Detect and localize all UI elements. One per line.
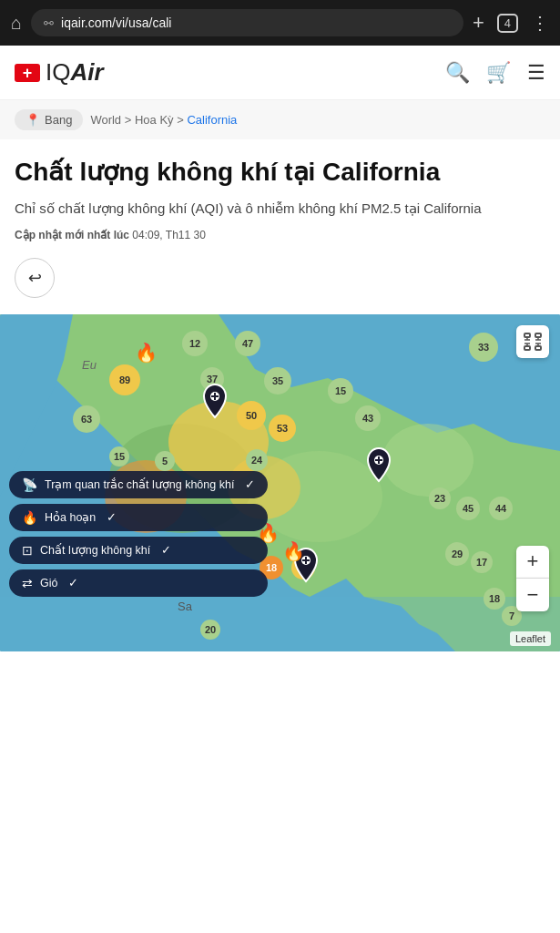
leaflet-badge: Leaflet — [510, 631, 551, 646]
aqi-marker: 20 — [200, 620, 220, 640]
browser-menu-icon[interactable]: ⋮ — [531, 12, 549, 34]
aqi-marker: 35 — [264, 367, 291, 395]
legend-wind-text: Gió — [40, 577, 57, 590]
breadcrumb-sep1: > — [125, 113, 135, 127]
update-time-value: 04:09, Th11 30 — [132, 229, 206, 241]
map-container[interactable]: Eu Sa 12 47 33 89 37 35 15 63 50 53 43 1… — [0, 314, 560, 651]
svg-rect-17 — [524, 333, 530, 337]
eu-map-label: Eu — [82, 358, 97, 372]
page-subtitle: Chỉ số chất lượng không khí (AQI) và ô n… — [15, 199, 545, 220]
add-tab-button[interactable]: + — [473, 11, 484, 35]
aqi-marker: 63 — [73, 405, 100, 433]
tab-count[interactable]: 4 — [497, 14, 518, 33]
legend-wind-check: ✓ — [68, 576, 78, 590]
aqi-marker: 23 — [429, 487, 451, 509]
fire-marker-3: 🔥 — [282, 540, 305, 562]
station-pin-1[interactable] — [200, 383, 229, 423]
share-icon: ↪ — [28, 268, 42, 288]
aqi-marker: 43 — [355, 405, 381, 431]
aqi-marker: 53 — [269, 415, 296, 442]
legend-aqi-check: ✓ — [161, 543, 171, 557]
logo-flag — [15, 64, 40, 82]
legend-station-text: Trạm quan trắc chất lượng không khí — [45, 477, 234, 491]
breadcrumb-state[interactable]: California — [187, 113, 237, 127]
aqi-marker: 50 — [237, 401, 266, 430]
aqi-marker: 5 — [155, 451, 175, 471]
page-title: Chất lượng không khí tại California — [15, 156, 545, 188]
aqi-marker: 45 — [456, 497, 480, 520]
url-text: iqair.com/vi/usa/cali — [61, 15, 171, 30]
search-icon[interactable]: 🔍 — [445, 61, 470, 85]
map-zoom-in-button[interactable]: + — [516, 546, 549, 579]
menu-hamburger-icon[interactable]: ☰ — [527, 61, 545, 85]
aqi-marker: 47 — [235, 331, 260, 356]
aqi-marker: 89 — [109, 364, 140, 395]
main-content: Chất lượng không khí tại California Chỉ … — [0, 139, 560, 298]
aqi-marker: 12 — [182, 331, 208, 356]
legend-aqi-icon: ⊡ — [22, 543, 33, 558]
svg-point-3 — [382, 424, 473, 497]
header-icons: 🔍 🛒 ☰ — [445, 61, 545, 85]
sa-map-label: Sa — [178, 600, 192, 613]
svg-rect-19 — [524, 346, 530, 350]
share-button[interactable]: ↪ — [15, 258, 55, 298]
site-header: IQAir 🔍 🛒 ☰ — [0, 46, 560, 100]
map-zoom-out-button[interactable]: − — [516, 579, 549, 611]
map-legend: 📡 Trạm quan trắc chất lượng không khí ✓ … — [9, 471, 268, 597]
fire-marker-1: 🔥 — [135, 342, 158, 364]
update-time: Cập nhật mới nhất lúc 04:09, Th11 30 — [15, 229, 545, 241]
aqi-marker: 15 — [109, 446, 129, 466]
bang-label: Bang — [45, 113, 72, 127]
aqi-marker: 17 — [471, 551, 493, 573]
svg-rect-20 — [535, 346, 541, 350]
update-label: Cập nhật mới nhất lúc — [15, 229, 129, 241]
breadcrumb-bang: 📍 Bang — [15, 109, 83, 130]
legend-fire-check: ✓ — [107, 510, 117, 524]
breadcrumb-nav: World > Hoa Kỳ > California — [90, 113, 237, 127]
legend-aqi-text: Chất lượng không khí — [40, 543, 150, 557]
legend-station-icon: 📡 — [22, 477, 37, 492]
breadcrumb-sep2: > — [177, 113, 187, 127]
legend-fire-text: Hỏa hoạn — [45, 510, 96, 524]
legend-fire-icon: 🔥 — [22, 510, 37, 525]
address-bar[interactable]: ⚯ iqair.com/vi/usa/cali — [31, 9, 463, 36]
aqi-marker: 18 — [484, 588, 505, 610]
legend-wind-icon: ⇄ — [22, 576, 33, 590]
logo[interactable]: IQAir — [15, 58, 104, 87]
map-fullscreen-button[interactable] — [516, 325, 549, 358]
legend-fire[interactable]: 🔥 Hỏa hoạn ✓ — [9, 504, 268, 531]
cart-icon[interactable]: 🛒 — [486, 61, 511, 85]
legend-station-check: ✓ — [245, 477, 255, 491]
aqi-marker: 33 — [469, 333, 498, 362]
svg-rect-7 — [0, 597, 560, 651]
home-icon[interactable]: ⌂ — [11, 13, 22, 34]
breadcrumb-world[interactable]: World — [90, 113, 121, 127]
breadcrumb: 📍 Bang World > Hoa Kỳ > California — [0, 100, 560, 139]
logo-text: IQAir — [46, 58, 104, 87]
browser-actions: + 4 ⋮ — [473, 11, 549, 35]
browser-chrome: ⌂ ⚯ iqair.com/vi/usa/cali + 4 ⋮ — [0, 0, 560, 46]
aqi-marker: 29 — [445, 542, 469, 566]
svg-rect-18 — [535, 333, 541, 337]
legend-wind[interactable]: ⇄ Gió ✓ — [9, 569, 268, 597]
station-pin-2[interactable] — [364, 446, 393, 487]
legend-aqi[interactable]: ⊡ Chất lượng không khí ✓ — [9, 537, 268, 564]
aqi-marker: 44 — [489, 497, 513, 520]
breadcrumb-country[interactable]: Hoa Kỳ — [135, 113, 174, 127]
secure-icon: ⚯ — [44, 16, 54, 30]
legend-stations[interactable]: 📡 Trạm quan trắc chất lượng không khí ✓ — [9, 471, 268, 498]
aqi-marker: 24 — [246, 449, 268, 471]
fullscreen-icon — [524, 333, 542, 351]
location-icon: 📍 — [25, 113, 40, 127]
aqi-marker: 15 — [328, 378, 353, 404]
